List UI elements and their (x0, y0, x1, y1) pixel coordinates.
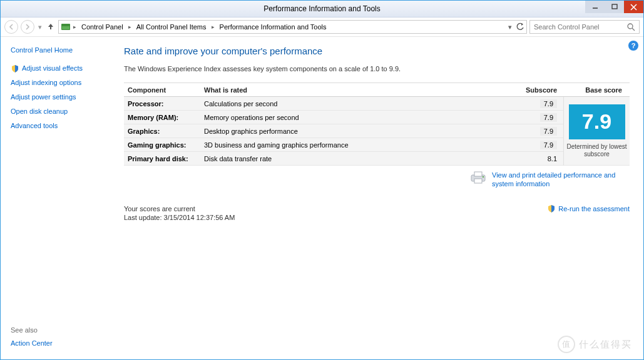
cell-subscore: 8.1 (548, 155, 557, 162)
dropdown-icon[interactable]: ▾ (508, 23, 512, 31)
sidebar: Control Panel Home Adjust visual effects… (1, 37, 121, 359)
cell-what: 3D business and gaming graphics performa… (204, 141, 526, 149)
sidebar-link-advanced[interactable]: Advanced tools (11, 121, 115, 131)
titlebar: Performance Information and Tools (1, 1, 643, 18)
table-row: Gaming graphics: 3D business and gaming … (124, 138, 563, 152)
cell-component: Processor: (124, 100, 204, 108)
svg-rect-9 (474, 172, 482, 176)
status-row: Your scores are current Last update: 3/1… (124, 204, 630, 222)
col-what: What is rated (204, 86, 526, 94)
svg-rect-10 (474, 179, 482, 183)
cell-component: Primary hard disk: (124, 155, 204, 162)
search-box[interactable] (529, 20, 640, 34)
cell-subscore: 7.9 (540, 127, 557, 136)
chevron-right-icon[interactable]: ▸ (127, 24, 133, 30)
maximize-icon (611, 4, 618, 10)
score-table: Component What is rated Subscore Base sc… (124, 82, 630, 166)
close-icon (630, 4, 637, 11)
svg-rect-5 (62, 26, 69, 29)
status-current: Your scores are current (124, 204, 235, 213)
rerun-link[interactable]: Re-run the assessment (547, 204, 630, 213)
see-also-label: See also (11, 326, 115, 334)
svg-point-11 (483, 176, 484, 178)
sidebar-link-indexing[interactable]: Adjust indexing options (11, 78, 115, 88)
cell-subscore: 7.9 (540, 141, 557, 149)
up-button[interactable] (46, 22, 56, 32)
sidebar-link-label: Adjust indexing options (11, 78, 81, 88)
minimize-icon (592, 4, 598, 10)
sidebar-link-power[interactable]: Adjust power settings (11, 92, 115, 102)
page-description: The Windows Experience Index assesses ke… (124, 65, 630, 72)
rerun-label: Re-run the assessment (558, 205, 630, 212)
cell-what: Desktop graphics performance (204, 128, 526, 135)
navbar: ▾ ▸ Control Panel ▸ All Control Panel It… (1, 18, 643, 37)
sidebar-link-label: Action Center (11, 339, 53, 348)
svg-line-7 (632, 28, 635, 31)
cell-component: Gaming graphics: (124, 141, 204, 149)
search-icon[interactable] (627, 23, 635, 31)
shield-icon (547, 204, 556, 213)
table-header-row: Component What is rated Subscore Base sc… (124, 83, 630, 97)
status-updated: Last update: 3/15/2014 12:37:56 AM (124, 213, 235, 222)
content: Control Panel Home Adjust visual effects… (1, 37, 643, 359)
detail-link[interactable]: View and print detailed performance and … (492, 171, 615, 188)
cell-subscore: 7.9 (540, 113, 557, 122)
base-score-cell: 7.9 Determined by lowest subscore (563, 97, 630, 166)
cell-what: Memory operations per second (204, 114, 526, 121)
shield-icon (11, 64, 19, 73)
col-component: Component (124, 86, 204, 94)
table-row: Memory (RAM): Memory operations per seco… (124, 111, 563, 124)
svg-rect-1 (612, 4, 617, 9)
help-icon[interactable]: ? (628, 41, 638, 51)
sidebar-seealso-action-center[interactable]: Action Center (11, 339, 115, 348)
sidebar-link-visual-effects[interactable]: Adjust visual effects (11, 64, 115, 73)
main-panel: ? Rate and improve your computer's perfo… (121, 37, 643, 359)
up-arrow-icon (47, 22, 54, 30)
minimize-button[interactable] (585, 1, 605, 13)
svg-point-6 (628, 24, 633, 29)
table-row: Graphics: Desktop graphics performance 7… (124, 124, 563, 138)
control-panel-icon (61, 22, 71, 32)
printer-icon (469, 171, 487, 184)
col-base: Base score (563, 86, 630, 94)
status-text: Your scores are current Last update: 3/1… (124, 204, 235, 222)
sidebar-link-label: Adjust visual effects (22, 64, 83, 73)
cell-component: Memory (RAM): (124, 114, 204, 121)
dropdown-history-icon[interactable]: ▾ (38, 23, 42, 31)
window-controls (585, 1, 643, 13)
window-title: Performance Information and Tools (263, 4, 381, 13)
back-button[interactable] (4, 20, 18, 34)
cell-what: Disk data transfer rate (204, 155, 526, 162)
breadcrumb-item[interactable]: Performance Information and Tools (217, 23, 329, 31)
sidebar-link-label: Open disk cleanup (11, 107, 68, 116)
maximize-button[interactable] (605, 1, 624, 13)
forward-button[interactable] (21, 20, 34, 34)
page-heading: Rate and improve your computer's perform… (124, 46, 630, 56)
col-subscore: Subscore (526, 86, 563, 94)
forward-arrow-icon (24, 24, 31, 30)
search-input[interactable] (534, 23, 621, 31)
refresh-icon[interactable] (516, 22, 524, 31)
breadcrumb-item[interactable]: Control Panel (79, 23, 126, 31)
chevron-right-icon[interactable]: ▸ (72, 24, 78, 30)
back-arrow-icon (8, 24, 14, 30)
breadcrumb-item[interactable]: All Control Panel Items (134, 23, 209, 31)
detail-link-row: View and print detailed performance and … (124, 171, 630, 188)
cell-subscore: 7.9 (540, 99, 557, 108)
cell-component: Graphics: (124, 128, 204, 135)
sidebar-home-link[interactable]: Control Panel Home (11, 46, 115, 55)
table-row: Processor: Calculations per second 7.9 (124, 97, 563, 111)
base-score-caption: Determined by lowest subscore (566, 143, 627, 158)
chevron-right-icon[interactable]: ▸ (210, 24, 216, 30)
table-row: Primary hard disk: Disk data transfer ra… (124, 152, 563, 166)
sidebar-link-label: Adjust power settings (11, 92, 76, 102)
cell-what: Calculations per second (204, 100, 526, 108)
sidebar-link-label: Advanced tools (11, 121, 58, 131)
close-button[interactable] (624, 1, 643, 13)
address-bar[interactable]: ▸ Control Panel ▸ All Control Panel Item… (58, 20, 527, 34)
sidebar-link-disk-cleanup[interactable]: Open disk cleanup (11, 107, 115, 116)
base-score-value: 7.9 (569, 104, 625, 139)
